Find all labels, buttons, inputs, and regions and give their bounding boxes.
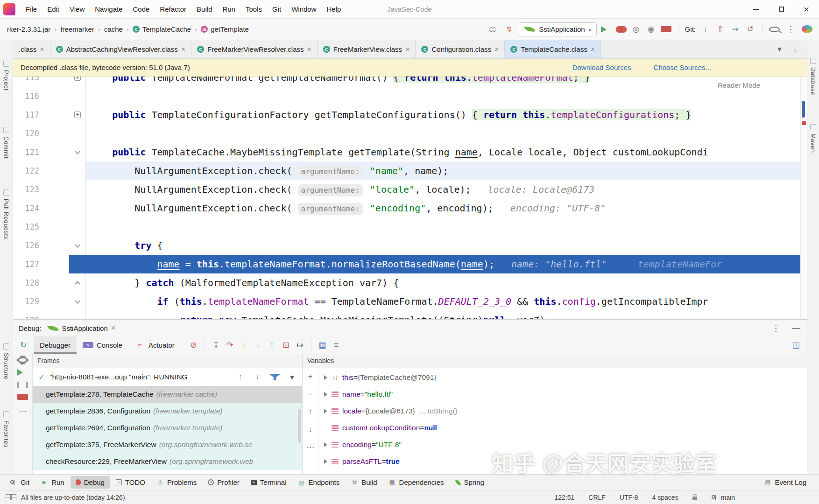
- code-line-121[interactable]: 121 public TemplateCache.MaybeMissingTem…: [13, 143, 807, 161]
- breadcrumb-item[interactable]: freemarker: [58, 24, 97, 35]
- fold-marker-icon[interactable]: +: [74, 112, 81, 118]
- variable-row[interactable]: locale = {Locale@6173}... toString(): [318, 403, 807, 420]
- more-options-icon[interactable]: ⋮: [785, 24, 796, 35]
- stack-frame[interactable]: getTemplate:2694, Configuration(freemark…: [33, 420, 302, 436]
- code-editor[interactable]: 115+ public TemplateNameFormat getTempla…: [13, 77, 807, 319]
- code-line-125[interactable]: 125: [13, 217, 807, 236]
- toolwindow-button-profiler[interactable]: Profiler: [203, 476, 245, 489]
- debug-tab-console[interactable]: Console: [77, 336, 128, 354]
- menu-edit[interactable]: Edit: [42, 3, 64, 15]
- update-project-button[interactable]: ↓: [700, 24, 711, 35]
- resume-program-icon[interactable]: [17, 369, 28, 376]
- code-line-122[interactable]: 122 NullArgumentException.check( argumen…: [13, 161, 807, 180]
- breadcrumb-item[interactable]: TemplateCache: [130, 24, 193, 35]
- more-icon[interactable]: ⋯: [17, 406, 28, 417]
- menu-run[interactable]: Run: [218, 3, 240, 15]
- search-everywhere-icon[interactable]: [769, 27, 780, 32]
- step-into-icon[interactable]: ↓: [239, 340, 249, 350]
- fold-marker-icon[interactable]: [75, 242, 80, 247]
- prev-frame-icon[interactable]: ↑: [235, 372, 246, 383]
- editor-tab[interactable]: TemplateCache.class: [505, 40, 601, 58]
- stack-frame[interactable]: getTemplate:2836, Configuration(freemark…: [33, 403, 302, 420]
- app-logo-icon[interactable]: [3, 3, 15, 15]
- breadcrumb-item[interactable]: rker-2.3.31.jar: [5, 24, 53, 35]
- editor-tab[interactable]: AbstractCachingViewResolver.class: [50, 40, 191, 58]
- stack-frame[interactable]: getTemplate:278, TemplateCache(freemarke…: [33, 386, 302, 403]
- run-button[interactable]: [601, 26, 612, 33]
- toolwindow-button-problems[interactable]: Problems: [151, 476, 202, 489]
- step-out-icon[interactable]: ↑: [267, 340, 277, 350]
- code-line-128[interactable]: 128 } catch (MalformedTemplateNameExcept…: [13, 273, 807, 292]
- rerun-debug-icon[interactable]: ↻: [18, 340, 29, 350]
- next-frame-icon[interactable]: ↓: [252, 372, 263, 383]
- code-line-115[interactable]: 115+ public TemplateNameFormat getTempla…: [13, 77, 807, 87]
- coverage-button[interactable]: ◎: [631, 24, 642, 35]
- profiler-button[interactable]: ◉: [646, 24, 657, 35]
- settings-list-icon[interactable]: ≡: [331, 340, 342, 350]
- code-line-124[interactable]: 124 NullArgumentException.check( argumen…: [13, 199, 807, 217]
- expand-chevron-icon[interactable]: [324, 409, 327, 413]
- expand-chevron-icon[interactable]: [324, 392, 327, 397]
- download-sources-link[interactable]: Download Sources: [572, 63, 631, 71]
- breadcrumb-item[interactable]: getTemplate: [198, 24, 251, 35]
- tool-strip-favorites[interactable]: Favorites: [0, 411, 13, 448]
- navigate-up-icon[interactable]: ↑: [305, 406, 316, 417]
- menu-refactor[interactable]: Refactor: [155, 3, 191, 15]
- hidden-tabs-icon[interactable]: ▾: [774, 44, 785, 55]
- variable-row[interactable]: name = "hello.ftl": [318, 386, 807, 403]
- scrollbar-thumb[interactable]: [802, 101, 805, 118]
- download-icon[interactable]: ↓: [790, 44, 800, 55]
- close-icon[interactable]: [181, 45, 185, 54]
- fold-marker-icon[interactable]: [75, 281, 80, 286]
- choose-sources-link[interactable]: Choose Sources...: [654, 63, 711, 71]
- stack-frame[interactable]: checkResource:229, FreeMarkerView(org.sp…: [33, 453, 302, 470]
- pause-program-icon[interactable]: [17, 382, 28, 388]
- remove-watch-icon[interactable]: −: [305, 389, 316, 399]
- show-execution-point-icon[interactable]: ↧: [211, 340, 221, 350]
- tool-strip-project[interactable]: Project: [0, 61, 13, 91]
- evaluate-expression-icon[interactable]: ▦: [317, 340, 328, 350]
- toolwindow-button-run[interactable]: Run: [35, 476, 70, 489]
- navigate-down-icon[interactable]: ↓: [305, 424, 316, 435]
- variable-row[interactable]: this = {TemplateCache@7091}: [318, 369, 807, 386]
- caret-position-widget[interactable]: 122:51: [555, 494, 575, 501]
- debug-session-tab[interactable]: SstiApplication: [48, 324, 115, 332]
- layout-settings-icon[interactable]: ◫: [791, 340, 801, 350]
- mute-breakpoints-icon[interactable]: ⊘: [188, 340, 199, 350]
- drop-frame-icon[interactable]: ⊡: [281, 340, 291, 350]
- reader-mode-label[interactable]: Reader Mode: [718, 81, 760, 89]
- toolwindow-button-spring[interactable]: Spring: [450, 476, 489, 489]
- tool-strip-database[interactable]: Database: [807, 58, 819, 95]
- toolwindow-button-event-log[interactable]: Event Log: [759, 476, 812, 489]
- toolwindow-button-build[interactable]: Build: [346, 476, 382, 489]
- thread-selector[interactable]: ✓"http-nio-8081-exe...oup "main": RUNNIN…: [33, 368, 302, 386]
- code-line-126[interactable]: 126 try {: [13, 236, 807, 255]
- toolwindow-switcher-icon[interactable]: [6, 494, 16, 500]
- collaboration-users-icon[interactable]: [489, 27, 500, 32]
- debug-tab-actuator[interactable]: Actuator: [128, 336, 181, 354]
- plugin-icon[interactable]: [802, 25, 812, 33]
- hide-panel-icon[interactable]: —: [791, 323, 801, 334]
- tool-strip-maven[interactable]: Maven: [807, 124, 819, 153]
- toolwindow-button-endpoints[interactable]: Endpoints: [293, 476, 345, 489]
- menu-window[interactable]: Window: [287, 3, 321, 15]
- debugger-settings-icon[interactable]: [17, 357, 28, 363]
- code-line-130[interactable]: 130 return new TemplateCache.MaybeMissin…: [13, 311, 807, 319]
- close-button[interactable]: [794, 0, 819, 18]
- variable-hint[interactable]: ... toString(): [420, 407, 458, 415]
- thread-dropdown-icon[interactable]: ▾: [287, 372, 297, 383]
- toolwindow-button-debug[interactable]: Debug: [71, 476, 110, 489]
- close-icon[interactable]: [494, 45, 499, 54]
- toolwindow-button-terminal[interactable]: Terminal: [246, 476, 292, 489]
- more-options-icon[interactable]: ⋮: [770, 323, 781, 334]
- fold-marker-icon[interactable]: +: [74, 77, 81, 81]
- push-remote-button[interactable]: ⇝: [730, 24, 741, 35]
- menu-help[interactable]: Help: [322, 3, 346, 15]
- debug-tab-debugger[interactable]: Debugger: [34, 336, 77, 354]
- menu-git[interactable]: Git: [268, 3, 286, 15]
- git-branch-widget[interactable]: main: [711, 494, 735, 501]
- close-icon[interactable]: [405, 45, 410, 54]
- menu-tools[interactable]: Tools: [241, 3, 267, 15]
- menu-code[interactable]: Code: [128, 3, 154, 15]
- stack-frame[interactable]: getTemplate:375, FreeMarkerView(org.spri…: [33, 436, 302, 453]
